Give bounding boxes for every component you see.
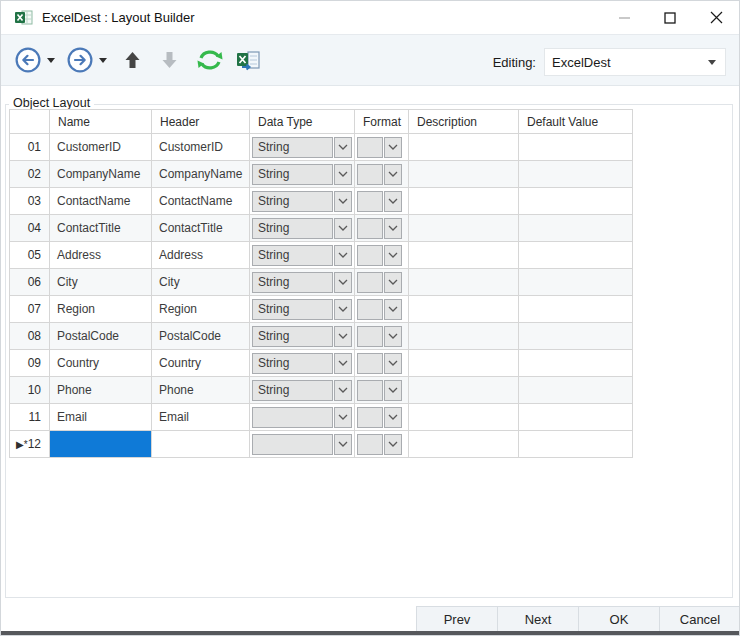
- format-value[interactable]: [357, 191, 383, 212]
- data-type-dropdown-button[interactable]: [334, 353, 352, 374]
- name-cell[interactable]: CompanyName: [50, 161, 152, 188]
- data-type-value[interactable]: String: [252, 191, 333, 212]
- name-cell[interactable]: Email: [50, 404, 152, 431]
- description-cell[interactable]: [409, 377, 519, 404]
- format-dropdown-button[interactable]: [384, 380, 402, 401]
- data-type-dropdown-button[interactable]: [334, 218, 352, 239]
- data-type-cell[interactable]: String: [250, 215, 355, 242]
- format-value[interactable]: [357, 164, 383, 185]
- data-type-cell[interactable]: String: [250, 377, 355, 404]
- header-cell[interactable]: Country: [152, 350, 250, 377]
- row-header-cell[interactable]: 01: [10, 134, 50, 161]
- name-cell[interactable]: CustomerID: [50, 134, 152, 161]
- data-type-value[interactable]: String: [252, 245, 333, 266]
- data-type-dropdown-button[interactable]: [334, 191, 352, 212]
- prev-button[interactable]: Prev: [416, 606, 498, 633]
- description-cell[interactable]: [409, 161, 519, 188]
- format-cell[interactable]: [355, 134, 409, 161]
- name-cell[interactable]: ContactName: [50, 188, 152, 215]
- name-cell[interactable]: PostalCode: [50, 323, 152, 350]
- data-type-cell[interactable]: [250, 404, 355, 431]
- format-dropdown-button[interactable]: [384, 137, 402, 158]
- header-cell[interactable]: PostalCode: [152, 323, 250, 350]
- description-cell[interactable]: [409, 134, 519, 161]
- format-value[interactable]: [357, 434, 383, 455]
- default-value-cell[interactable]: [519, 296, 633, 323]
- data-type-value[interactable]: String: [252, 299, 333, 320]
- format-dropdown-button[interactable]: [384, 353, 402, 374]
- format-cell[interactable]: [355, 323, 409, 350]
- format-cell[interactable]: [355, 404, 409, 431]
- data-type-value[interactable]: String: [252, 272, 333, 293]
- header-cell[interactable]: CompanyName: [152, 161, 250, 188]
- data-type-value[interactable]: [252, 434, 333, 455]
- data-type-cell[interactable]: String: [250, 296, 355, 323]
- format-cell[interactable]: [355, 269, 409, 296]
- header-cell[interactable]: CustomerID: [152, 134, 250, 161]
- data-type-cell[interactable]: String: [250, 134, 355, 161]
- format-dropdown-button[interactable]: [384, 326, 402, 347]
- format-cell[interactable]: [355, 431, 409, 458]
- name-cell[interactable]: ContactTitle: [50, 215, 152, 242]
- format-value[interactable]: [357, 137, 383, 158]
- format-cell[interactable]: [355, 188, 409, 215]
- data-type-dropdown-button[interactable]: [334, 245, 352, 266]
- ok-button[interactable]: OK: [578, 606, 660, 633]
- format-value[interactable]: [357, 353, 383, 374]
- default-value-cell[interactable]: [519, 215, 633, 242]
- data-type-cell[interactable]: String: [250, 269, 355, 296]
- format-value[interactable]: [357, 218, 383, 239]
- format-cell[interactable]: [355, 350, 409, 377]
- data-type-cell[interactable]: String: [250, 161, 355, 188]
- editing-combobox[interactable]: ExcelDest: [544, 48, 726, 76]
- row-header-cell[interactable]: 10: [10, 377, 50, 404]
- format-dropdown-button[interactable]: [384, 245, 402, 266]
- name-cell[interactable]: City: [50, 269, 152, 296]
- default-value-cell[interactable]: [519, 323, 633, 350]
- data-type-cell[interactable]: String: [250, 242, 355, 269]
- name-cell[interactable]: Phone: [50, 377, 152, 404]
- header-cell[interactable]: ContactTitle: [152, 215, 250, 242]
- name-cell[interactable]: [50, 431, 152, 458]
- format-value[interactable]: [357, 380, 383, 401]
- default-value-cell[interactable]: [519, 242, 633, 269]
- data-type-value[interactable]: String: [252, 218, 333, 239]
- refresh-button[interactable]: [196, 47, 224, 73]
- data-type-cell[interactable]: String: [250, 350, 355, 377]
- format-value[interactable]: [357, 326, 383, 347]
- format-cell[interactable]: [355, 215, 409, 242]
- data-type-dropdown-button[interactable]: [334, 380, 352, 401]
- format-value[interactable]: [357, 407, 383, 428]
- format-dropdown-button[interactable]: [384, 164, 402, 185]
- row-header-cell[interactable]: 03: [10, 188, 50, 215]
- export-excel-button[interactable]: [236, 49, 261, 72]
- format-dropdown-button[interactable]: [384, 299, 402, 320]
- description-cell[interactable]: [409, 350, 519, 377]
- row-header-cell[interactable]: 02: [10, 161, 50, 188]
- name-cell[interactable]: Address: [50, 242, 152, 269]
- data-type-dropdown-button[interactable]: [334, 137, 352, 158]
- header-cell[interactable]: Address: [152, 242, 250, 269]
- description-cell[interactable]: [409, 269, 519, 296]
- data-type-dropdown-button[interactable]: [334, 434, 352, 455]
- data-type-value[interactable]: String: [252, 137, 333, 158]
- format-cell[interactable]: [355, 161, 409, 188]
- description-cell[interactable]: [409, 242, 519, 269]
- default-value-cell[interactable]: [519, 350, 633, 377]
- forward-dropdown-icon[interactable]: [99, 58, 107, 63]
- row-header-cell[interactable]: 08: [10, 323, 50, 350]
- format-value[interactable]: [357, 272, 383, 293]
- data-type-value[interactable]: String: [252, 353, 333, 374]
- default-value-cell[interactable]: [519, 161, 633, 188]
- row-header-cell[interactable]: 11: [10, 404, 50, 431]
- header-cell[interactable]: City: [152, 269, 250, 296]
- description-cell[interactable]: [409, 323, 519, 350]
- description-cell[interactable]: [409, 431, 519, 458]
- format-value[interactable]: [357, 245, 383, 266]
- row-header-cell[interactable]: ▶*12: [10, 431, 50, 458]
- data-type-value[interactable]: String: [252, 164, 333, 185]
- row-header-cell[interactable]: 07: [10, 296, 50, 323]
- default-value-cell[interactable]: [519, 269, 633, 296]
- move-up-button[interactable]: [124, 51, 141, 69]
- format-dropdown-button[interactable]: [384, 434, 402, 455]
